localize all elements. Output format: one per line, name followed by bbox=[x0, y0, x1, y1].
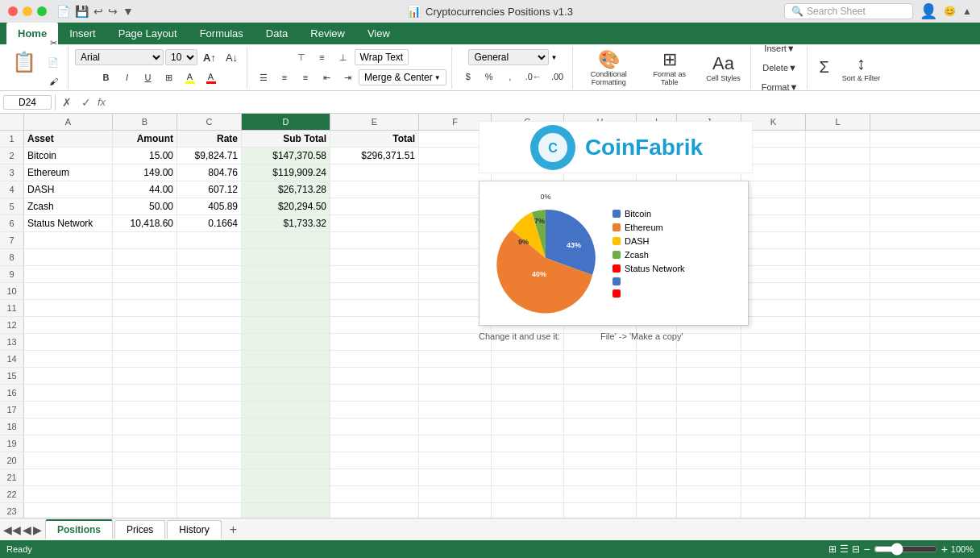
cell-j23[interactable] bbox=[677, 503, 741, 518]
percent-button[interactable]: % bbox=[480, 68, 499, 85]
cell-h17[interactable] bbox=[564, 402, 637, 418]
cell-l18[interactable] bbox=[806, 418, 870, 435]
cell-c22[interactable] bbox=[177, 486, 242, 502]
cell-g18[interactable] bbox=[492, 418, 564, 435]
cell-l9[interactable] bbox=[806, 266, 870, 282]
cell-e1[interactable]: Total bbox=[330, 131, 419, 147]
cell-l23[interactable] bbox=[806, 503, 870, 518]
cell-b18[interactable] bbox=[113, 418, 177, 435]
cell-d7[interactable] bbox=[242, 232, 330, 248]
cell-e14[interactable] bbox=[330, 351, 419, 367]
cell-k12[interactable] bbox=[741, 317, 806, 333]
redo-icon[interactable]: ↪ bbox=[108, 5, 118, 18]
cell-d15[interactable] bbox=[242, 368, 330, 384]
nav-next-icon[interactable]: ▶ bbox=[33, 523, 42, 536]
format-painter-button[interactable]: 🖌 bbox=[44, 73, 63, 90]
cell-k17[interactable] bbox=[741, 402, 806, 418]
increase-indent-button[interactable]: ⇥ bbox=[338, 69, 357, 86]
cell-a2[interactable]: Bitcoin bbox=[24, 148, 113, 164]
cell-h21[interactable] bbox=[564, 469, 637, 485]
cell-g21[interactable] bbox=[492, 469, 564, 485]
cell-a11[interactable] bbox=[24, 300, 113, 316]
cell-c7[interactable] bbox=[177, 232, 242, 248]
bold-button[interactable]: B bbox=[97, 69, 116, 86]
account-icon[interactable]: 😊 bbox=[944, 6, 956, 17]
cell-d11[interactable] bbox=[242, 300, 330, 316]
cell-h14[interactable] bbox=[564, 351, 637, 367]
cell-e9[interactable] bbox=[330, 266, 419, 282]
cell-i20[interactable] bbox=[637, 452, 677, 468]
save-icon[interactable]: 💾 bbox=[75, 5, 89, 18]
cell-c11[interactable] bbox=[177, 300, 242, 316]
cell-j20[interactable] bbox=[677, 452, 741, 468]
merge-center-button[interactable]: Merge & Center ▼ bbox=[359, 69, 446, 85]
cell-g23[interactable] bbox=[492, 503, 564, 518]
cell-k23[interactable] bbox=[741, 503, 806, 518]
minimize-button[interactable] bbox=[23, 6, 32, 16]
cell-l22[interactable] bbox=[806, 486, 870, 502]
cell-b22[interactable] bbox=[113, 486, 177, 502]
cell-e20[interactable] bbox=[330, 452, 419, 468]
tab-prices[interactable]: Prices bbox=[114, 520, 165, 539]
cut-button[interactable]: ✂ bbox=[44, 34, 63, 52]
increase-font-button[interactable]: A↑ bbox=[199, 48, 220, 66]
cell-c9[interactable] bbox=[177, 266, 242, 282]
search-box[interactable]: 🔍 Search Sheet bbox=[784, 3, 913, 19]
cell-a7[interactable] bbox=[24, 232, 113, 248]
align-center-button[interactable]: ≡ bbox=[275, 69, 294, 86]
tab-formulas[interactable]: Formulas bbox=[189, 23, 255, 44]
italic-button[interactable]: I bbox=[118, 69, 137, 86]
cell-f18[interactable] bbox=[419, 418, 492, 435]
cell-k4[interactable] bbox=[741, 181, 806, 198]
tab-history[interactable]: History bbox=[167, 520, 221, 539]
cell-e5[interactable] bbox=[330, 198, 419, 214]
cell-l8[interactable] bbox=[806, 249, 870, 265]
zoom-slider[interactable] bbox=[874, 543, 938, 556]
cell-b13[interactable] bbox=[113, 334, 177, 350]
cell-l13[interactable] bbox=[806, 334, 870, 350]
cell-j14[interactable] bbox=[677, 351, 741, 367]
cell-a20[interactable] bbox=[24, 452, 113, 468]
maximize-button[interactable] bbox=[37, 6, 47, 16]
close-button[interactable] bbox=[8, 6, 18, 16]
cell-k16[interactable] bbox=[741, 385, 806, 401]
cell-f15[interactable] bbox=[419, 368, 492, 384]
cell-a12[interactable] bbox=[24, 317, 113, 333]
cell-b12[interactable] bbox=[113, 317, 177, 333]
cell-j22[interactable] bbox=[677, 486, 741, 502]
cell-e13[interactable] bbox=[330, 334, 419, 350]
cell-l15[interactable] bbox=[806, 368, 870, 384]
page-view-icon[interactable]: ☰ bbox=[840, 543, 849, 555]
cell-k21[interactable] bbox=[741, 469, 806, 485]
cell-l20[interactable] bbox=[806, 452, 870, 468]
cell-g20[interactable] bbox=[492, 452, 564, 468]
cell-reference-input[interactable] bbox=[3, 95, 52, 110]
cell-k18[interactable] bbox=[741, 418, 806, 435]
cell-j16[interactable] bbox=[677, 385, 741, 401]
decrease-font-button[interactable]: A↓ bbox=[222, 48, 242, 66]
cell-d19[interactable] bbox=[242, 435, 330, 452]
cell-c8[interactable] bbox=[177, 249, 242, 265]
formula-input[interactable] bbox=[109, 96, 977, 109]
cell-b3[interactable]: 149.00 bbox=[113, 164, 177, 181]
cell-e6[interactable] bbox=[330, 215, 419, 231]
cell-f21[interactable] bbox=[419, 469, 492, 485]
col-header-e[interactable]: E bbox=[330, 114, 419, 130]
cell-b16[interactable] bbox=[113, 385, 177, 401]
cell-i16[interactable] bbox=[637, 385, 677, 401]
formula-cancel-button[interactable]: ✗ bbox=[59, 96, 75, 109]
tab-positions[interactable]: Positions bbox=[45, 519, 113, 539]
cell-l14[interactable] bbox=[806, 351, 870, 367]
col-header-l[interactable]: L bbox=[806, 114, 870, 130]
more-icon[interactable]: ▼ bbox=[122, 5, 134, 18]
cell-e15[interactable] bbox=[330, 368, 419, 384]
cell-e18[interactable] bbox=[330, 418, 419, 435]
cell-k8[interactable] bbox=[741, 249, 806, 265]
grid-view-icon[interactable]: ⊞ bbox=[828, 543, 837, 555]
cell-d18[interactable] bbox=[242, 418, 330, 435]
col-header-b[interactable]: B bbox=[113, 114, 177, 130]
cell-d13[interactable] bbox=[242, 334, 330, 350]
cell-a9[interactable] bbox=[24, 266, 113, 282]
cell-e4[interactable] bbox=[330, 181, 419, 198]
cell-a22[interactable] bbox=[24, 486, 113, 502]
